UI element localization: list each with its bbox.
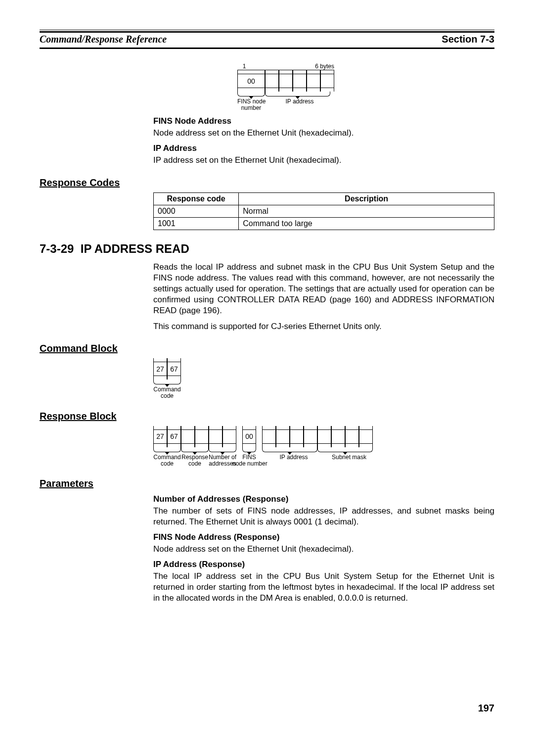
table-header-code: Response code [154,192,239,205]
p4-h: FINS Node Address (Response) [153,532,494,542]
p3-h: Number of Addresses (Response) [153,494,494,504]
command-block-heading: Command Block [40,343,494,354]
table-row: 1001 Command too large [154,217,494,230]
diagram-fins-ip: 1 6 bytes 00 FINS node number IP address [153,63,494,111]
page-number: 197 [40,703,494,714]
page-header: Command/Response Reference Section 7-3 [40,31,494,49]
dim-left: 1 [237,63,251,70]
response-codes-table: Response code Description 0000 Normal 10… [153,192,494,230]
table-row: 0000 Normal [154,205,494,217]
param-fins-node-t: Node address set on the Ethernet Unit (h… [153,128,494,139]
p4-t: Node address set on the Ethernet Unit (h… [153,544,494,555]
diagram-command-block: 27 67 Command code [153,358,494,399]
dim-right: 6 bytes [307,63,334,70]
parameters-heading: Parameters [40,478,494,489]
response-block-heading: Response Block [40,411,494,422]
response-codes-heading: Response Codes [40,177,494,189]
p5-t: The local IP address set in the CPU Bus … [153,571,494,604]
header-left: Command/Response Reference [40,34,167,45]
table-header-desc: Description [239,192,494,205]
header-right: Section 7-3 [442,34,494,45]
byte-cell-fins-node: 00 [237,74,265,88]
param-fins-node-h: FINS Node Address [153,116,494,126]
param-ip-t: IP address set on the Ethernet Unit (hex… [153,155,494,166]
param-ip-h: IP Address [153,143,494,153]
p5-h: IP Address (Response) [153,560,494,569]
diagram-response-block: 27 67 00 [153,426,494,467]
section-title: 7-3-29 IP ADDRESS READ [40,242,494,256]
section-p2: This command is supported for CJ-series … [153,321,494,332]
section-p1: Reads the local IP address and subnet ma… [153,262,494,316]
p3-t: The number of sets of FINS node addresse… [153,506,494,527]
